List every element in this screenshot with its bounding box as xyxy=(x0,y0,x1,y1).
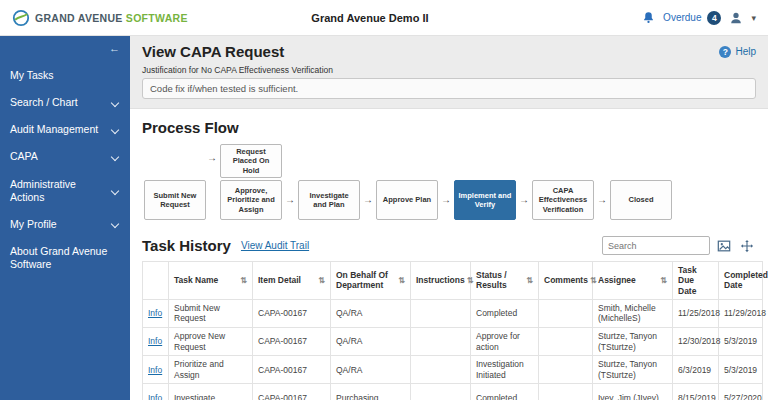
chevron-down-icon xyxy=(111,98,119,106)
cell-instructions xyxy=(411,299,471,327)
cell-department: QA/RA xyxy=(331,356,411,384)
overdue-count-badge: 4 xyxy=(707,11,721,25)
page-title: View CAPA Request xyxy=(142,43,284,60)
table-row: Info Prioritize and Assign CAPA-00167 QA… xyxy=(143,356,763,384)
info-link[interactable]: Info xyxy=(148,393,162,400)
sidebar-collapse-button[interactable]: ← xyxy=(109,42,120,54)
sort-icon[interactable]: ⇅ xyxy=(660,276,667,285)
sidebar-item-capa[interactable]: CAPA xyxy=(0,143,130,170)
logo-text: GRAND AVENUE SOFTWARE xyxy=(35,12,188,24)
sidebar-item-my-tasks[interactable]: My Tasks xyxy=(0,62,130,89)
logo-software: SOFTWARE xyxy=(126,12,188,24)
table-row: Info Investigate CAPA-00167 Purchasing C… xyxy=(143,384,763,400)
help-link[interactable]: ? Help xyxy=(719,46,756,58)
cell-assignee: Ivey, Jim (JIvey) xyxy=(593,384,673,400)
flow-step-implement-and-verify: Implement and Verify xyxy=(454,180,516,220)
sort-icon[interactable]: ⇅ xyxy=(398,276,405,285)
task-history-title: Task History xyxy=(142,237,231,254)
image-icon xyxy=(717,239,731,253)
chevron-down-icon xyxy=(111,220,119,228)
flow-step-approve-prioritize-assign: Approve, Prioritize and Assign xyxy=(220,180,282,220)
justification-field[interactable]: Code fix if/when tested is sufficient. xyxy=(142,78,756,99)
sort-icon[interactable]: ⇅ xyxy=(590,276,597,285)
cell-comments xyxy=(539,299,593,327)
flow-step-closed: Closed xyxy=(610,180,672,220)
flow-arrow-icon: → xyxy=(360,194,376,205)
col-status-results[interactable]: Status / Results⇅ xyxy=(471,262,539,300)
sidebar-item-my-profile[interactable]: My Profile xyxy=(0,211,130,238)
expand-button[interactable] xyxy=(738,237,756,255)
sort-icon[interactable]: ⇅ xyxy=(240,276,247,285)
col-assignee[interactable]: Assignee⇅ xyxy=(593,262,673,300)
cell-item-detail: CAPA-00167 xyxy=(253,299,331,327)
cell-comments xyxy=(539,356,593,384)
search-input[interactable] xyxy=(602,236,710,255)
export-image-button[interactable] xyxy=(715,237,733,255)
cell-due-date: 6/3/2019 xyxy=(673,356,719,384)
flow-arrow-icon: → xyxy=(594,194,610,205)
col-item-detail[interactable]: Item Detail⇅ xyxy=(253,262,331,300)
main-content: View CAPA Request ? Help Justification f… xyxy=(130,36,768,400)
cell-completed-date: 5/3/2019 xyxy=(719,327,763,355)
cell-instructions xyxy=(411,384,471,400)
flow-branch-group: → Request Placed On Hold Approve, Priori… xyxy=(220,144,282,220)
app-title: Grand Avenue Demo II xyxy=(311,12,428,24)
overdue-label[interactable]: Overdue xyxy=(663,12,701,23)
col-completed-date[interactable]: Completed Date xyxy=(719,262,763,300)
sort-icon[interactable]: ⇅ xyxy=(526,276,533,285)
chevron-down-icon xyxy=(111,126,119,134)
bell-icon xyxy=(642,11,655,24)
sort-icon[interactable]: ⇅ xyxy=(467,276,474,285)
user-menu-button[interactable] xyxy=(727,9,745,27)
flow-step-request-placed-on-hold: Request Placed On Hold xyxy=(220,144,282,178)
cell-status: Investigation Initiated xyxy=(471,356,539,384)
process-flow-title: Process Flow xyxy=(142,119,756,136)
cell-due-date: 12/30/2018 xyxy=(673,327,719,355)
sidebar-item-about[interactable]: About Grand Avenue Software xyxy=(0,238,130,278)
sidebar-item-label: My Profile xyxy=(10,218,57,231)
sidebar-item-label: CAPA xyxy=(10,150,38,163)
cell-item-detail: CAPA-00167 xyxy=(253,356,331,384)
cell-completed-date: 5/27/2020 xyxy=(719,384,763,400)
sort-icon[interactable]: ⇅ xyxy=(318,276,325,285)
cell-department: Purchasing xyxy=(331,384,411,400)
col-on-behalf-of-department[interactable]: On Behalf Of Department⇅ xyxy=(331,262,411,300)
col-info xyxy=(143,262,169,300)
flow-arrow-icon: → xyxy=(207,152,217,163)
cell-item-detail: CAPA-00167 xyxy=(253,384,331,400)
person-icon xyxy=(729,11,743,25)
cell-instructions xyxy=(411,327,471,355)
sidebar-item-search-chart[interactable]: Search / Chart xyxy=(0,89,130,116)
sidebar-item-label: Search / Chart xyxy=(10,96,78,109)
sidebar-item-audit-management[interactable]: Audit Management xyxy=(0,116,130,143)
flow-step-approve-plan: Approve Plan xyxy=(376,180,438,220)
task-history-table: Task Name⇅ Item Detail⇅ On Behalf Of Dep… xyxy=(142,261,763,400)
process-flow-section: Process Flow Submit New Request → Reques… xyxy=(130,109,768,220)
info-link[interactable]: Info xyxy=(148,336,162,346)
col-comments[interactable]: Comments⇅ xyxy=(539,262,593,300)
cell-assignee: Sturtze, Tanyon (TSturtze) xyxy=(593,356,673,384)
notifications-button[interactable] xyxy=(640,9,657,26)
table-row: Info Submit New Request CAPA-00167 QA/RA… xyxy=(143,299,763,327)
view-audit-trail-link[interactable]: View Audit Trail xyxy=(241,240,309,251)
col-task-due-date[interactable]: Task Due Date xyxy=(673,262,719,300)
flow-step-capa-effectiveness-verification: CAPA Effectiveness Verification xyxy=(532,180,594,220)
cell-task-name: Submit New Request xyxy=(169,299,253,327)
chevron-down-icon[interactable]: ▾ xyxy=(751,13,756,23)
sidebar: ← My Tasks Search / Chart Audit Manageme… xyxy=(0,36,130,400)
col-instructions[interactable]: Instructions⇅ xyxy=(411,262,471,300)
sidebar-item-label: Audit Management xyxy=(10,123,98,136)
col-task-name[interactable]: Task Name⇅ xyxy=(169,262,253,300)
info-link[interactable]: Info xyxy=(148,308,162,318)
info-link[interactable]: Info xyxy=(148,365,162,375)
cell-task-name: Investigate xyxy=(169,384,253,400)
cell-department: QA/RA xyxy=(331,299,411,327)
flow-step-submit-new-request: Submit New Request xyxy=(144,180,206,220)
justification-label: Justification for No CAPA Effectiveness … xyxy=(142,65,756,75)
cell-task-name: Approve New Request xyxy=(169,327,253,355)
cell-status: Approve for action xyxy=(471,327,539,355)
move-icon xyxy=(740,239,754,253)
sidebar-item-administrative-actions[interactable]: Administrative Actions xyxy=(0,171,130,211)
sidebar-item-label: Administrative Actions xyxy=(10,178,106,204)
cell-completed-date: 5/3/2019 xyxy=(719,356,763,384)
